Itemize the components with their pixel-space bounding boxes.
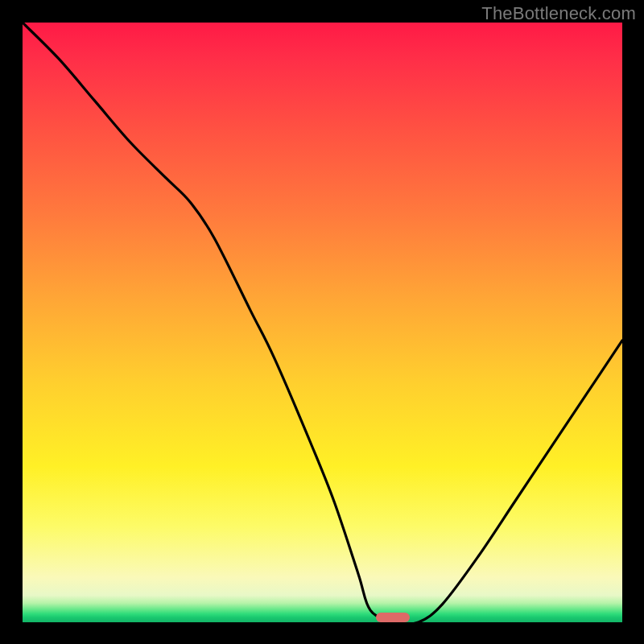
chart-frame: TheBottleneck.com [0, 0, 644, 644]
plot-area [23, 23, 622, 622]
optimum-marker [376, 613, 410, 622]
bottleneck-curve [23, 23, 622, 622]
watermark-label: TheBottleneck.com [481, 3, 636, 24]
